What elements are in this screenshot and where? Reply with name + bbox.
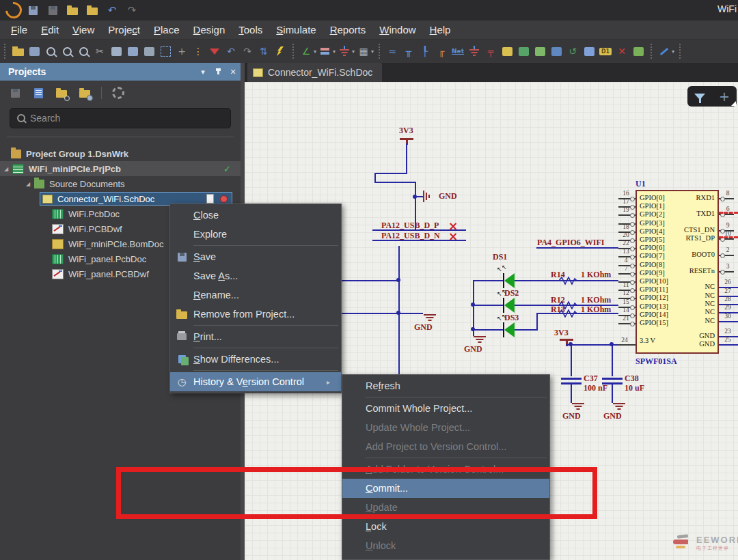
save-icon[interactable] xyxy=(24,3,42,18)
wire[interactable] xyxy=(612,346,613,376)
capacitor-value[interactable]: 10 uF xyxy=(625,383,644,393)
capacitor-value[interactable]: 100 nF xyxy=(584,383,607,393)
wire[interactable] xyxy=(612,384,613,403)
wire[interactable] xyxy=(406,143,407,173)
cut-icon[interactable]: ✂ xyxy=(92,44,107,59)
expand-caret-icon[interactable]: ◢ xyxy=(4,166,12,172)
led-designator[interactable]: DS1 xyxy=(493,252,507,262)
net-label-icon[interactable]: Net xyxy=(450,44,465,59)
panel-menu-icon[interactable]: ▾ xyxy=(195,68,210,76)
wire[interactable] xyxy=(571,346,572,376)
gnd-label[interactable]: GND xyxy=(439,191,457,201)
align-icon[interactable]: ⋮ xyxy=(191,44,206,59)
wire[interactable] xyxy=(571,384,572,403)
gnd-label[interactable]: GND xyxy=(603,411,622,421)
harness-icon[interactable]: ╓ xyxy=(434,44,449,59)
gnd-label[interactable]: GND xyxy=(464,344,482,354)
undo-icon[interactable]: ↶ xyxy=(223,44,238,59)
wire[interactable] xyxy=(374,173,407,174)
panel-settings-icon[interactable] xyxy=(111,86,125,100)
select-area-icon[interactable] xyxy=(158,44,173,59)
resistor-value[interactable]: 1 KOhm xyxy=(581,295,611,305)
bus-icon[interactable]: ╥ xyxy=(401,44,416,59)
menu-file[interactable]: File xyxy=(4,22,34,38)
tree-item-project-group-1-dsnwrk[interactable]: Project Group 1.DsnWrk xyxy=(0,146,241,161)
zoom-document-icon[interactable] xyxy=(43,44,58,59)
redo-icon[interactable]: ↷ xyxy=(123,3,141,18)
grid-icon[interactable]: ▦ xyxy=(356,44,371,59)
menu-item-save[interactable]: Save xyxy=(170,247,341,266)
wire[interactable] xyxy=(342,313,400,314)
zoom-selection-icon[interactable] xyxy=(76,44,91,59)
redo-icon[interactable]: ↷ xyxy=(240,44,255,59)
zoom-area-icon[interactable] xyxy=(59,44,74,59)
resistor-value[interactable]: 1 KOhm xyxy=(581,305,611,315)
grid-icon-dropdown[interactable]: ▾ xyxy=(371,48,374,55)
copy-icon[interactable] xyxy=(109,44,124,59)
wire[interactable] xyxy=(473,305,504,306)
tree-item-source-documents[interactable]: ◢Source Documents xyxy=(0,176,241,191)
add-icon[interactable]: + xyxy=(719,89,730,104)
gnd-label[interactable]: GND xyxy=(414,322,433,333)
power-net-label[interactable]: 3V3 xyxy=(554,328,569,338)
led-ds1[interactable]: ↖↖ xyxy=(503,273,515,288)
part-icon[interactable] xyxy=(500,44,515,59)
open-document-icon[interactable] xyxy=(10,44,25,59)
sheet-entry-icon[interactable] xyxy=(532,44,547,59)
cross-probe-icon[interactable]: ⇅ xyxy=(256,44,271,59)
wire-icon[interactable]: ≈ xyxy=(385,44,400,59)
filter-icon[interactable] xyxy=(694,94,705,100)
expand-caret-icon[interactable]: ◢ xyxy=(26,181,34,187)
wire[interactable] xyxy=(473,280,504,281)
led-ds2[interactable]: ↖↖ xyxy=(503,298,515,313)
resistor-designator[interactable]: R12 xyxy=(551,295,565,305)
capacitor-designator[interactable]: C37 xyxy=(584,374,598,384)
menu-item-print[interactable]: Print... xyxy=(170,327,341,346)
c-module-icon[interactable]: ↺ xyxy=(565,44,580,59)
sheet-parts-icon[interactable] xyxy=(631,44,646,59)
vcc-port-icon[interactable]: ╤ xyxy=(483,44,498,59)
resistor-designator[interactable]: R14 xyxy=(551,270,565,280)
menu-tools[interactable]: Tools xyxy=(232,22,269,38)
annotate-icon-dropdown[interactable]: ▾ xyxy=(672,48,674,55)
wire[interactable] xyxy=(416,196,423,197)
menu-design[interactable]: Design xyxy=(187,22,232,38)
drawing-tools-icon-dropdown[interactable]: ▾ xyxy=(333,48,336,55)
no-erc-marker[interactable]: × xyxy=(448,223,458,229)
menu-item-refresh[interactable]: Refresh xyxy=(342,376,549,395)
menu-view[interactable]: View xyxy=(66,22,101,38)
menu-place[interactable]: Place xyxy=(147,22,187,38)
project-options-icon[interactable] xyxy=(78,86,92,100)
panel-close-icon[interactable]: × xyxy=(226,66,241,77)
menu-item-show-differences[interactable]: Show Differences... xyxy=(170,350,341,369)
wire[interactable] xyxy=(342,280,400,281)
wire[interactable] xyxy=(536,247,618,249)
device-sheet-icon[interactable] xyxy=(549,44,564,59)
paste-array-icon[interactable] xyxy=(141,44,156,59)
open-project-icon[interactable] xyxy=(83,3,101,18)
sheet-symbol-icon[interactable] xyxy=(516,44,531,59)
annotate-icon[interactable] xyxy=(657,44,672,59)
menu-item-commit-whole-project[interactable]: Commit Whole Project... xyxy=(342,399,549,418)
menu-item-save-as[interactable]: Save As... xyxy=(170,266,341,285)
open-document-icon[interactable] xyxy=(64,3,81,18)
power-net-label[interactable]: 3V3 xyxy=(399,126,413,136)
menu-item-lock[interactable]: Lock xyxy=(342,517,549,536)
tree-item-wifi-minipcie-prjpcb[interactable]: ◢WiFi_miniPCIe.PrjPcb✓ xyxy=(0,161,241,176)
menu-item-rename[interactable]: Rename... xyxy=(170,285,341,305)
menu-edit[interactable]: Edit xyxy=(34,22,66,38)
search-input[interactable]: Search xyxy=(10,108,231,128)
wire[interactable] xyxy=(400,313,423,314)
save-all-icon[interactable] xyxy=(44,3,62,18)
probe-icon[interactable]: D1 xyxy=(598,44,613,59)
drawing-tools-icon[interactable] xyxy=(318,44,333,59)
menu-item-history-version-control[interactable]: ◷History & Version Control▸ xyxy=(170,372,341,391)
highlight-icon[interactable] xyxy=(273,44,288,59)
menu-simulate[interactable]: Simulate xyxy=(269,22,323,38)
save-icon[interactable] xyxy=(27,44,42,59)
save-document-icon[interactable] xyxy=(8,86,22,100)
undo-icon[interactable]: ↶ xyxy=(103,3,121,18)
compile-icon[interactable] xyxy=(31,86,45,100)
menu-project[interactable]: Project xyxy=(101,22,147,38)
measure-icon[interactable]: ∠ xyxy=(299,44,314,59)
